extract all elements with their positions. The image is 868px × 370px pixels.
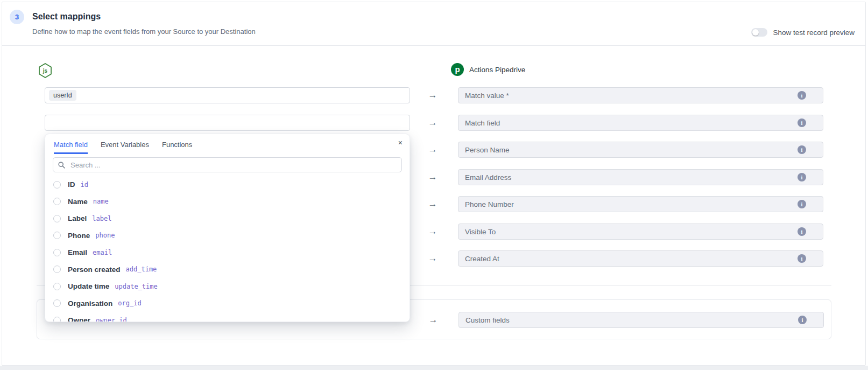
radio-icon[interactable] [53,215,61,222]
field-option-email[interactable]: Email email [45,244,410,261]
step-header: 3 Select mappings Define how to map the … [2,2,865,46]
mapping-arrow-icon: → [426,87,440,103]
radio-icon[interactable] [53,317,61,322]
info-icon[interactable]: i [798,145,806,154]
toggle-label: Show test record preview [773,29,855,37]
destination-field-person-name[interactable]: Person Name i [458,142,823,158]
option-label: Owner [68,316,90,322]
radio-icon[interactable] [53,283,61,290]
field-picker-dropdown: Match field Event Variables Functions × … [45,134,410,322]
radio-icon[interactable] [53,181,61,189]
option-code: id [81,181,88,189]
destination-header: p Actions Pipedrive [451,63,525,76]
search-box [53,157,402,172]
page-subtitle: Define how to map the event fields from … [32,27,256,36]
mapping-arrow-icon: → [426,115,440,131]
option-code: name [93,198,109,205]
option-code: org_id [118,299,141,307]
field-option-name[interactable]: Name name [45,193,410,211]
destination-field-created-at[interactable]: Created At i [458,250,823,267]
search-input[interactable] [69,160,397,170]
search-icon [58,162,65,169]
destination-field-match-value[interactable]: Match value * i [458,87,823,103]
destination-name: Actions Pipedrive [469,66,525,74]
field-option-owner[interactable]: Owner owner_id [45,312,410,322]
destination-field-label: Match field [465,119,500,127]
tab-functions[interactable]: Functions [162,141,192,154]
info-icon[interactable]: i [798,254,806,263]
field-option-id[interactable]: ID id [45,176,410,193]
info-icon[interactable]: i [798,227,806,236]
option-label: Name [68,198,88,206]
option-label: Label [68,214,87,222]
destination-field-visible-to[interactable]: Visible To i [458,224,823,240]
option-label: Phone [68,232,90,240]
mapping-arrow-icon: → [426,142,440,158]
destination-field-label: Created At [465,255,499,263]
dropdown-tabs: Match field Event Variables Functions [45,134,410,154]
radio-icon[interactable] [53,232,61,239]
select-mappings-panel: 3 Select mappings Define how to map the … [2,2,866,366]
page-bottom-strip [0,366,868,370]
field-option-label[interactable]: Label label [45,210,410,227]
option-code: phone [95,232,115,239]
radio-icon[interactable] [53,266,61,273]
info-icon[interactable]: i [798,316,807,324]
option-code: email [93,249,112,256]
destination-field-label: Phone Number [465,200,514,208]
info-icon[interactable]: i [798,91,806,100]
destination-field-email-address[interactable]: Email Address i [458,169,823,185]
toggle-knob [752,29,759,36]
option-code: owner_id [96,317,127,322]
test-record-preview-control: Show test record preview [751,28,855,37]
destination-field-label: Email Address [465,173,511,181]
page-title: Select mappings [32,12,101,22]
field-options-list: ID id Name name Label label Phone phone … [45,172,410,322]
tab-match-field[interactable]: Match field [54,141,88,154]
mapping-arrow-icon: → [426,224,440,240]
option-label: Organisation [68,299,112,308]
field-option-organisation[interactable]: Organisation org_id [45,295,410,312]
radio-icon[interactable] [53,299,61,307]
option-label: Update time [68,282,109,290]
option-label: Person created [68,266,121,274]
tab-event-variables[interactable]: Event Variables [101,141,149,154]
field-option-update-time[interactable]: Update time update_time [45,278,410,295]
pipedrive-icon: p [451,63,464,76]
radio-icon[interactable] [53,198,61,205]
nodejs-icon: js [38,62,53,79]
field-option-person-created[interactable]: Person created add_time [45,261,410,278]
destination-field-label: Match value * [465,92,509,100]
destination-field-label: Person Name [465,146,510,154]
source-field-text-input[interactable] [49,118,406,128]
mapping-arrow-icon: → [426,169,440,185]
source-field-input[interactable]: userId [45,87,410,103]
radio-icon[interactable] [53,249,61,256]
info-icon[interactable]: i [798,200,806,208]
option-label: ID [68,180,75,189]
show-test-record-preview-toggle[interactable] [751,28,767,37]
destination-field-phone-number[interactable]: Phone Number i [458,196,823,212]
step-number-badge: 3 [10,10,24,24]
option-code: label [92,215,111,222]
field-option-phone[interactable]: Phone phone [45,227,410,245]
destination-field-label: Custom fields [465,316,510,324]
source-field-input[interactable] [45,115,410,131]
option-code: add_time [126,266,157,273]
option-label: Email [68,248,87,256]
destination-field-label: Visible To [465,228,496,236]
close-icon[interactable]: × [398,139,403,146]
mapping-arrow-icon: → [426,250,440,267]
mapping-arrow-icon: → [426,312,440,328]
svg-text:js: js [43,68,48,74]
info-icon[interactable]: i [798,118,806,127]
option-code: update_time [115,283,157,290]
destination-field-match-field[interactable]: Match field i [458,115,823,131]
destination-field-custom-fields[interactable]: Custom fields i [458,312,824,328]
mapped-value-chip[interactable]: userId [49,90,76,101]
mapping-arrow-icon: → [426,196,440,212]
info-icon[interactable]: i [798,173,806,181]
